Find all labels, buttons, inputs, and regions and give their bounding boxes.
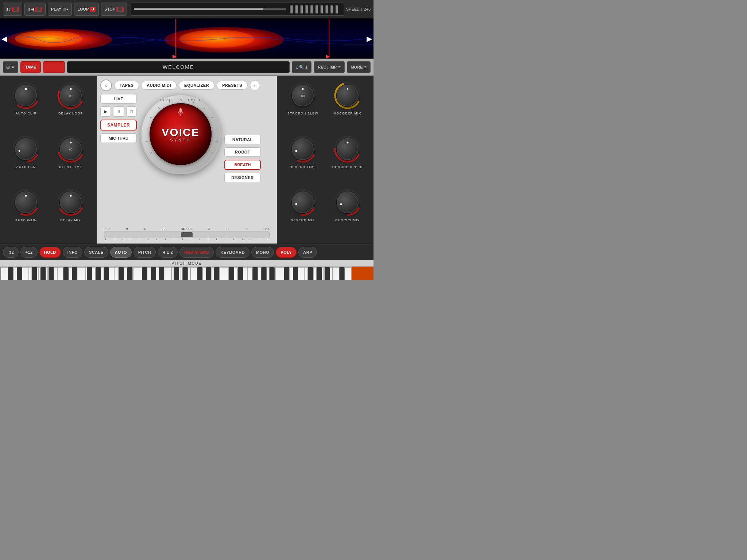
robot-button[interactable]: ROBOT [224, 147, 261, 157]
rec-imp-button[interactable]: REC / IMP ≡ [314, 61, 344, 73]
reverb-time-knob[interactable] [292, 138, 314, 160]
info-button[interactable]: INFO [63, 247, 82, 258]
formant-slider[interactable] [104, 232, 270, 238]
key-f5[interactable] [314, 267, 323, 280]
transport-stop-btn[interactable]: □ [126, 106, 137, 117]
strobo-slew-knob[interactable]: ∞ [292, 85, 314, 106]
key-a4[interactable] [266, 267, 276, 280]
vocoder-mix-knob-wrap[interactable] [334, 82, 361, 109]
reverb-time-knob-wrap[interactable] [289, 135, 317, 163]
natural-button[interactable]: NATURAL [224, 135, 261, 144]
key-c3[interactable] [143, 267, 152, 280]
key-d3[interactable] [152, 267, 162, 280]
formant-thumb[interactable] [181, 232, 193, 237]
key-e3[interactable] [162, 267, 171, 280]
key-d[interactable] [19, 267, 29, 280]
keyboard-button[interactable]: KEYBOARD [216, 247, 249, 258]
add-tab-btn[interactable]: + [250, 80, 260, 90]
key-d5[interactable] [295, 267, 304, 280]
delay-loop-knob[interactable]: ∞ [60, 85, 82, 106]
vocoder-mix-knob[interactable] [337, 85, 359, 106]
key-b5[interactable] [342, 267, 352, 280]
sampler-button[interactable]: SAMPLER [100, 120, 137, 131]
dial-inner[interactable]: VOICE SYNTH [150, 103, 212, 165]
registers-button[interactable]: REGISTERS [179, 247, 214, 258]
key-a3[interactable] [190, 267, 200, 280]
waveform-marker-left[interactable] [175, 19, 176, 58]
key-b[interactable] [67, 267, 76, 280]
key-f2[interactable] [105, 267, 114, 280]
strobo-slew-knob-wrap[interactable]: ∞ [289, 82, 317, 109]
auto-gain-knob-wrap[interactable] [12, 188, 40, 216]
designer-button[interactable]: DESIGNER [224, 173, 261, 182]
key-g3[interactable] [181, 267, 190, 280]
waveform-marker-right[interactable] [329, 19, 329, 58]
key-a5[interactable] [333, 267, 342, 280]
auto-pan-knob[interactable] [15, 138, 37, 160]
chorus-mix-knob[interactable] [337, 191, 359, 213]
key-f3[interactable] [171, 267, 181, 280]
key-ll[interactable]: LL [0, 267, 10, 280]
loop-button[interactable]: LOOP ↺ [74, 3, 99, 16]
key-c2[interactable] [76, 267, 86, 280]
key-e5[interactable] [304, 267, 314, 280]
breath-button[interactable]: BREATH [224, 160, 261, 170]
r12-button[interactable]: R 1 2 [158, 247, 178, 258]
reset-button[interactable]: RESET [352, 267, 374, 280]
tab-audio-midi[interactable]: AUDIO MIDI [141, 81, 177, 90]
tab-equalizer[interactable]: EQUALIZER [179, 81, 214, 90]
transport-pause-btn[interactable]: ⏸ [113, 106, 124, 117]
auto-pan-knob-wrap[interactable] [12, 135, 40, 163]
key-l[interactable]: L [209, 267, 219, 280]
key-e2[interactable] [95, 267, 105, 280]
poly-button[interactable]: POLY [276, 247, 297, 258]
auto-button[interactable]: AUTO [110, 247, 132, 258]
track-btn-2[interactable]: II ◀ ⬛ [24, 3, 46, 16]
dial-outer[interactable]: SCALE • SHIFT [140, 94, 221, 174]
key-a[interactable] [57, 267, 67, 280]
mono-button[interactable]: MONO [251, 247, 274, 258]
key-c5[interactable] [285, 267, 295, 280]
transport-play-btn[interactable]: ▶ [100, 106, 111, 117]
tab-tapes[interactable]: TAPES [114, 81, 139, 90]
circle-indicator[interactable]: ○ [100, 79, 112, 91]
auto-clip-knob-wrap[interactable] [12, 82, 40, 109]
waveform-arrow-left[interactable]: ◀ [1, 34, 7, 43]
chorus-speed-knob-wrap[interactable] [334, 135, 361, 163]
chorus-mix-knob-wrap[interactable] [334, 188, 361, 216]
tape-button[interactable]: TAME [20, 61, 41, 73]
voice-synth-dial[interactable]: SCALE • SHIFT [140, 94, 221, 174]
key-g4[interactable] [257, 267, 266, 280]
key-f[interactable] [38, 267, 48, 280]
key-c4[interactable] [219, 267, 228, 280]
plus12-button[interactable]: +12 [20, 247, 37, 258]
hold-button[interactable]: HOLD [39, 247, 61, 258]
waveform-arrow-right[interactable]: ▶ [367, 34, 372, 43]
key-g2[interactable] [114, 267, 124, 280]
key-a2[interactable] [124, 267, 133, 280]
delay-time-knob[interactable]: ∞ [60, 138, 82, 160]
mic-thru-button[interactable]: MIC THRU [100, 133, 137, 143]
key-e[interactable] [29, 267, 38, 280]
live-button[interactable]: LIVE [100, 94, 137, 104]
red-block-button[interactable] [43, 61, 65, 73]
auto-clip-knob[interactable] [15, 85, 37, 106]
tab-presets[interactable]: PRESETS [217, 81, 248, 90]
key-g5[interactable] [323, 267, 333, 280]
play-button[interactable]: PLAY ⏸▶ [48, 3, 72, 16]
delay-mix-knob[interactable] [60, 191, 82, 213]
key-f4[interactable] [247, 267, 257, 280]
reverb-mix-knob-wrap[interactable] [289, 188, 317, 216]
delay-loop-knob-wrap[interactable]: ∞ [57, 82, 85, 109]
key-e4[interactable] [238, 267, 247, 280]
key-b4[interactable] [276, 267, 285, 280]
grid-icon-btn[interactable]: ⊞ ★ [3, 61, 18, 73]
arp-button[interactable]: ARP [298, 247, 317, 258]
chorus-speed-knob[interactable] [337, 138, 359, 160]
delay-time-knob-wrap[interactable]: ∞ [57, 135, 85, 163]
more-button[interactable]: MORE ≡ [347, 61, 371, 73]
key-c[interactable] [10, 267, 19, 280]
key-d2[interactable] [86, 267, 95, 280]
waveform-container[interactable]: ◀ ▶ [0, 19, 374, 59]
key-b2[interactable] [133, 267, 143, 280]
